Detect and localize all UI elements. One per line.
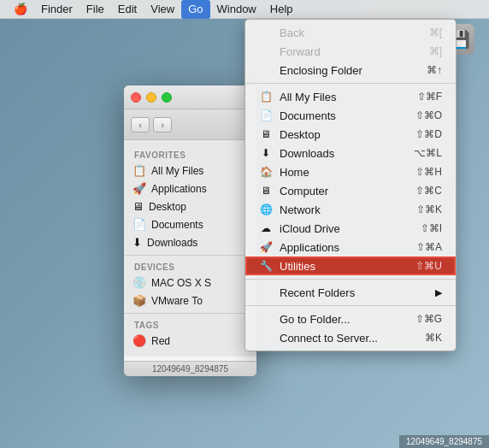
desktop-icon: 🖥 [133, 200, 144, 213]
sidebar-divider-1 [124, 255, 256, 256]
home-label: Home [280, 166, 309, 179]
back-shortcut: ⌘[ [429, 27, 442, 38]
menu-go-utilities[interactable]: 🔧 Utilities ⇧⌘U [245, 256, 456, 275]
menu-go-downloads[interactable]: ⬇ Downloads ⌥⌘L [245, 144, 456, 162]
menu-go-forward[interactable]: Forward ⌘] [245, 42, 456, 61]
documents-menu-label: Documents [280, 109, 336, 122]
sidebar-item-desktop[interactable]: 🖥 Desktop [124, 197, 256, 215]
downloads-label: Downloads [147, 237, 197, 249]
separator-1 [245, 83, 456, 84]
menu-window[interactable]: Window [210, 0, 263, 19]
finder-toolbar: ‹ › [124, 109, 256, 140]
sidebar-item-red[interactable]: 🔴 Red [124, 332, 256, 350]
home-icon: 🏠 [259, 166, 273, 178]
applications-shortcut: ⇧⌘A [416, 241, 442, 253]
menu-go-back[interactable]: Back ⌘[ [245, 23, 456, 42]
menu-go-home[interactable]: 🏠 Home ⇧⌘H [245, 162, 456, 181]
maximize-button[interactable] [162, 92, 172, 103]
vmware-label: VMware To [151, 295, 203, 307]
sidebar-item-applications[interactable]: 🚀 Applications [124, 180, 256, 197]
all-my-files-icon: 📋 [133, 164, 146, 177]
devices-section-title: Devices [124, 259, 256, 274]
back-label: Back [280, 27, 304, 39]
downloads-shortcut: ⌥⌘L [414, 147, 442, 159]
mac-os-label: MAC OS X S [151, 277, 211, 289]
info-bar: 12049649_8294875 [399, 435, 489, 448]
utilities-icon: 🔧 [259, 260, 273, 272]
all-files-shortcut: ⇧⌘F [417, 91, 442, 103]
connect-shortcut: ⌘K [425, 332, 442, 344]
sidebar-item-mac-os[interactable]: 💿 MAC OS X S [124, 274, 256, 292]
menu-go-enclosing[interactable]: Enclosing Folder ⌘↑ [245, 61, 456, 80]
go-menu: Back ⌘[ Forward ⌘] Enclosing Folder ⌘↑ 📋 [244, 19, 457, 351]
mac-os-icon: 💿 [133, 276, 146, 289]
menu-go-to-folder[interactable]: Go to Folder... ⇧⌘G [245, 309, 456, 328]
menu-go-desktop[interactable]: 🖥 Desktop ⇧⌘D [245, 125, 456, 144]
applications-menu-icon: 🚀 [259, 241, 273, 253]
apple-menu[interactable]: 🍎 [7, 0, 34, 19]
menu-go-computer[interactable]: 🖥 Computer ⇧⌘C [245, 181, 456, 200]
sidebar-item-all-my-files[interactable]: 📋 All My Files [124, 162, 256, 180]
icloud-shortcut: ⇧⌘I [421, 222, 442, 234]
all-files-icon: 📋 [259, 91, 273, 103]
utilities-label: Utilities [280, 260, 315, 273]
network-label: Network [280, 203, 321, 216]
desktop-menu-label: Desktop [280, 128, 321, 141]
network-icon: 🌐 [259, 203, 273, 215]
minimize-button[interactable] [146, 92, 156, 103]
finder-window: ‹ › Favorites 📋 All My Files 🚀 Applicati… [124, 85, 256, 376]
recent-folders-arrow: ▶ [435, 287, 442, 298]
sidebar-item-downloads[interactable]: ⬇ Downloads [124, 233, 256, 251]
enclosing-shortcut: ⌘↑ [427, 64, 442, 76]
sidebar-divider-2 [124, 313, 256, 314]
menu-view[interactable]: View [144, 0, 181, 19]
downloads-menu-icon: ⬇ [259, 147, 273, 159]
menu-connect-to-server[interactable]: Connect to Server... ⌘K [245, 328, 456, 347]
icloud-icon: ☁ [259, 222, 273, 234]
close-button[interactable] [131, 92, 141, 103]
finder-sidebar: Favorites 📋 All My Files 🚀 Applications … [124, 140, 256, 357]
go-to-folder-label: Go to Folder... [280, 313, 350, 326]
forward-shortcut: ⌘] [429, 45, 442, 57]
status-text: 12049649_8294875 [152, 364, 228, 374]
utilities-shortcut: ⇧⌘U [415, 260, 442, 272]
menu-go-documents[interactable]: 📄 Documents ⇧⌘O [245, 106, 456, 125]
downloads-menu-label: Downloads [280, 147, 334, 160]
home-shortcut: ⇧⌘H [415, 166, 442, 178]
sidebar-item-vmware[interactable]: 📦 VMware To [124, 292, 256, 309]
menu-edit[interactable]: Edit [111, 0, 144, 19]
menu-go-network[interactable]: 🌐 Network ⇧⌘K [245, 200, 456, 219]
desktop: 🍎 Finder File Edit View Go Window Help 💾… [0, 0, 489, 448]
menu-help[interactable]: Help [263, 0, 300, 19]
forward-button[interactable]: › [153, 117, 172, 133]
vmware-icon: 📦 [133, 294, 146, 307]
separator-2 [245, 279, 456, 280]
finder-titlebar [124, 85, 256, 109]
computer-label: Computer [280, 185, 328, 197]
menu-go[interactable]: Go [181, 0, 209, 19]
documents-menu-icon: 📄 [259, 109, 273, 121]
network-shortcut: ⇧⌘K [416, 203, 442, 215]
menu-go-recent-folders[interactable]: Recent Folders ▶ [245, 283, 456, 302]
applications-menu-label: Applications [280, 241, 339, 254]
red-tag-icon: 🔴 [133, 334, 146, 347]
all-my-files-label: All My Files [151, 165, 203, 177]
menu-finder[interactable]: Finder [34, 0, 80, 19]
red-tag-label: Red [151, 335, 170, 347]
recent-folders-label: Recent Folders [280, 286, 355, 299]
applications-label: Applications [151, 183, 207, 195]
all-files-label: All My Files [280, 91, 336, 103]
menu-go-all-my-files[interactable]: 📋 All My Files ⇧⌘F [245, 87, 456, 106]
documents-label: Documents [151, 219, 203, 231]
separator-3 [245, 305, 456, 306]
menu-go-applications[interactable]: 🚀 Applications ⇧⌘A [245, 238, 456, 256]
computer-shortcut: ⇧⌘C [415, 185, 442, 197]
menu-go-icloud[interactable]: ☁ iCloud Drive ⇧⌘I [245, 219, 456, 238]
applications-icon: 🚀 [133, 182, 146, 195]
computer-icon: 🖥 [259, 185, 273, 197]
forward-label: Forward [280, 45, 321, 58]
sidebar-item-documents[interactable]: 📄 Documents [124, 215, 256, 233]
enclosing-label: Enclosing Folder [280, 64, 362, 77]
menu-file[interactable]: File [80, 0, 111, 19]
back-button[interactable]: ‹ [131, 117, 150, 133]
